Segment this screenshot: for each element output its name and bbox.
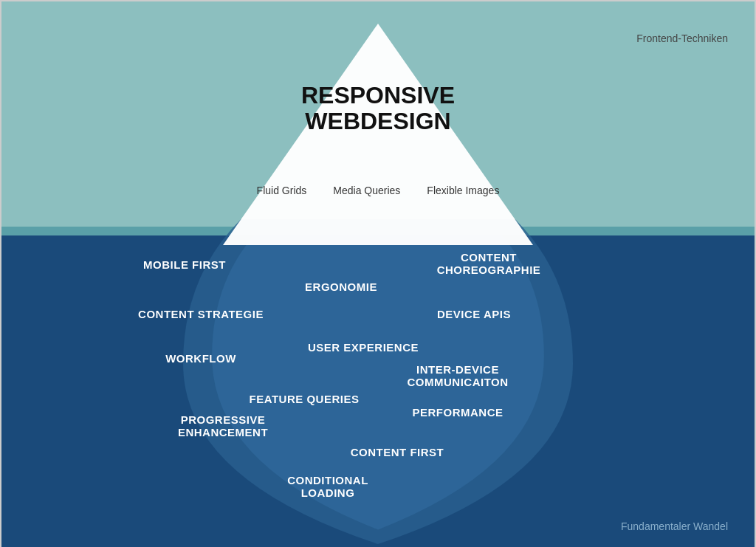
label-content-strategie: CONTENT STRATEGIE [138,308,264,320]
label-ergonomie: ERGONOMIE [305,281,377,293]
fundamentaler-wandel-label: Fundamentaler Wandel [621,520,728,532]
fluid-grids-label: Fluid Grids [257,185,307,196]
flexible-images-label: Flexible Images [427,185,499,196]
label-conditional-loading: CONDITIONAL LOADING [287,474,368,499]
label-content-first: CONTENT FIRST [351,446,444,458]
label-mobile-first: MOBILE FIRST [143,258,226,271]
label-content-choreographie: CONTENT CHOREOGRAPHIE [437,251,541,276]
main-title: RESPONSIVE WEBDESIGN [301,83,455,134]
label-device-apis: DEVICE APIS [437,308,511,320]
frontend-techniken-label: Frontend-Techniken [636,32,728,44]
label-workflow: WORKFLOW [165,352,236,365]
label-inter-device: INTER-DEVICE COMMUNICAITON [407,363,508,388]
scene: Frontend-Techniken Fundamentaler Wandel … [0,0,756,547]
media-queries-label: Media Queries [333,185,400,196]
label-feature-queries: FEATURE QUERIES [250,393,360,405]
label-progressive-enhancement: PROGRESSIVE ENHANCEMENT [178,413,268,438]
subtitle-row: Fluid Grids Media Queries Flexible Image… [257,185,500,196]
label-performance: PERFORMANCE [412,406,503,419]
label-user-experience: USER EXPERIENCE [308,341,419,354]
